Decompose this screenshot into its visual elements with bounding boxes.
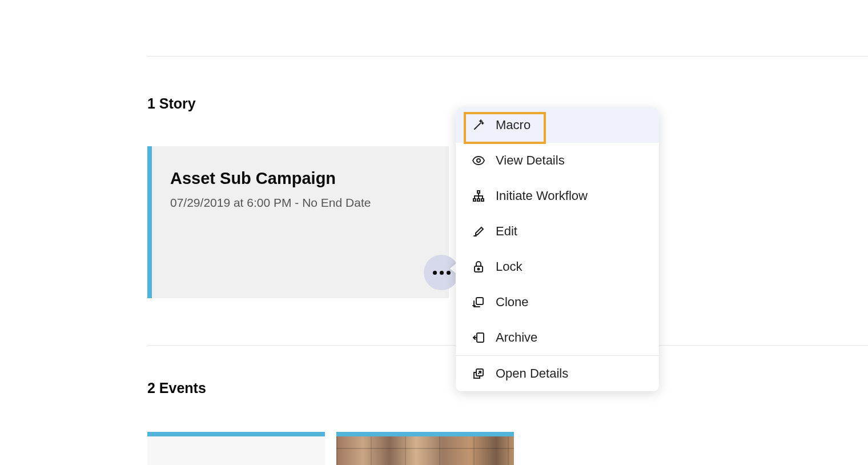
menu-item-view-details[interactable]: View Details [456, 143, 659, 178]
menu-item-open-details[interactable]: Open Details [456, 356, 659, 391]
menu-item-label: Open Details [496, 366, 643, 381]
clone-icon [472, 295, 496, 309]
svg-point-0 [477, 159, 480, 162]
menu-item-lock[interactable]: Lock [456, 249, 659, 284]
menu-item-macro[interactable]: Macro [456, 107, 659, 143]
workflow-icon [472, 189, 496, 203]
menu-item-initiate-workflow[interactable]: Initiate Workflow [456, 178, 659, 214]
wand-icon [472, 118, 496, 132]
menu-item-archive[interactable]: Archive [456, 320, 659, 355]
story-card[interactable]: Asset Sub Campaign 07/29/2019 at 6:00 PM… [147, 146, 449, 298]
story-card-title: Asset Sub Campaign [170, 169, 431, 188]
pencil-icon [472, 225, 496, 238]
lock-icon [472, 260, 496, 274]
open-external-icon [472, 367, 496, 380]
menu-item-label: Edit [496, 224, 643, 239]
menu-item-label: Archive [496, 330, 643, 345]
menu-item-edit[interactable]: Edit [456, 214, 659, 249]
menu-item-label: Clone [496, 295, 643, 310]
event-card[interactable] [336, 432, 514, 465]
top-divider [147, 56, 868, 57]
events-row [147, 432, 661, 465]
menu-item-label: Macro [496, 118, 643, 133]
more-icon [433, 271, 451, 275]
event-card[interactable] [147, 432, 325, 465]
svg-rect-8 [477, 333, 484, 342]
menu-item-clone[interactable]: Clone [456, 284, 659, 320]
eye-icon [472, 154, 496, 167]
context-menu: Macro View Details Initiate Workflow [456, 107, 659, 391]
menu-item-label: Initiate Workflow [496, 189, 643, 203]
svg-rect-7 [476, 298, 483, 304]
menu-item-label: Lock [496, 259, 643, 274]
archive-icon [472, 331, 496, 344]
story-card-subtitle: 07/29/2019 at 6:00 PM - No End Date [170, 196, 431, 210]
menu-item-label: View Details [496, 153, 643, 168]
svg-point-6 [478, 268, 480, 270]
